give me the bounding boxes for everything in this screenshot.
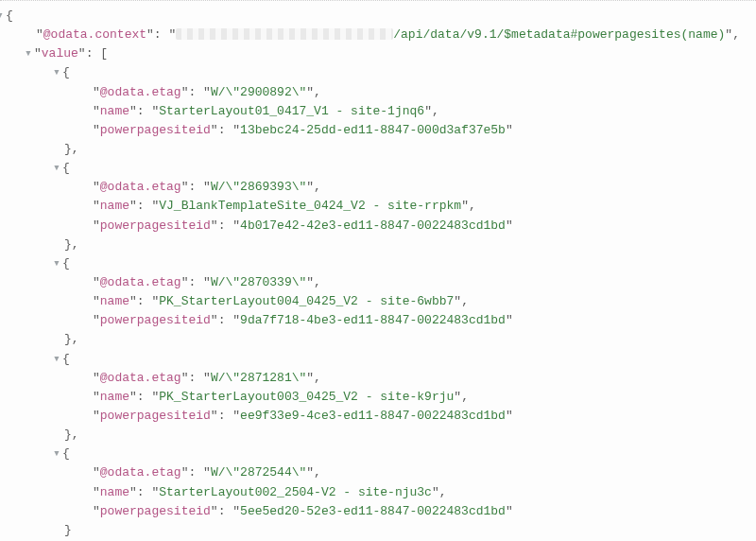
property-key: name xyxy=(100,294,129,308)
twisty-icon[interactable]: ▾ xyxy=(51,63,62,82)
value-line: ▾"value": [ xyxy=(8,44,748,63)
property-line: "powerpagesiteid": "5ee5ed20-52e3-ed11-8… xyxy=(8,502,748,521)
property-line: "name": "PK_StarterLayout003_0425_V2 - s… xyxy=(8,388,748,407)
property-key: powerpagesiteid xyxy=(100,313,211,327)
redacted-segment xyxy=(176,28,393,40)
property-line: "name": "StarterLayout01_0417_V1 - site-… xyxy=(8,102,748,121)
object-close: }, xyxy=(8,426,748,445)
items-container: ▾{"@odata.etag": "W/\"2900892\"","name":… xyxy=(8,63,748,540)
property-line: "@odata.etag": "W/\"2900892\"", xyxy=(8,83,748,102)
property-value: W/\"2900892\" xyxy=(211,85,306,99)
property-key: name xyxy=(100,390,129,404)
context-line: "@odata.context": "/api/data/v9.1/$metad… xyxy=(8,26,748,44)
object-close: }, xyxy=(8,330,748,349)
property-value: W/\"2871281\" xyxy=(211,371,306,385)
property-key: @odata.etag xyxy=(100,275,181,289)
twisty-icon[interactable]: ▾ xyxy=(51,350,62,369)
object-open: ▾{ xyxy=(8,159,748,178)
object-close: }, xyxy=(8,140,748,159)
property-value: 5ee5ed20-52e3-ed11-8847-0022483cd1bd xyxy=(240,504,506,518)
property-key: powerpagesiteid xyxy=(100,504,211,518)
property-key: powerpagesiteid xyxy=(100,218,211,233)
property-key: powerpagesiteid xyxy=(100,123,211,137)
property-line: "@odata.etag": "W/\"2869393\"", xyxy=(8,178,748,197)
object-open: ▾{ xyxy=(8,350,748,369)
property-line: "name": "PK_StarterLayout004_0425_V2 - s… xyxy=(8,292,748,311)
property-value: StarterLayout01_0417_V1 - site-1jnq6 xyxy=(159,104,424,118)
object-open: ▾{ xyxy=(8,445,748,463)
property-line: "name": "StarterLayout002_2504-V2 - site… xyxy=(8,483,748,502)
object-open: ▾{ xyxy=(8,254,748,273)
property-value: VJ_BlankTemplateSite_0424_V2 - site-rrpk… xyxy=(159,199,461,213)
property-line: "powerpagesiteid": "ee9f33e9-4ce3-ed11-8… xyxy=(8,407,748,426)
twisty-icon[interactable]: ▾ xyxy=(51,159,62,178)
property-value: ee9f33e9-4ce3-ed11-8847-0022483cd1bd xyxy=(240,409,506,423)
property-value: W/\"2872544\" xyxy=(211,465,306,480)
json-open-brace: ▾{ xyxy=(8,7,748,26)
key-value: value xyxy=(42,46,78,61)
property-key: @odata.etag xyxy=(100,465,181,480)
property-key: @odata.etag xyxy=(100,85,181,99)
property-value: W/\"2870339\" xyxy=(211,275,306,289)
property-value: 4b017e42-42e3-ed11-8847-0022483cd1bd xyxy=(240,218,506,233)
property-key: name xyxy=(100,485,129,499)
property-value: PK_StarterLayout004_0425_V2 - site-6wbb7 xyxy=(159,294,454,308)
property-value: 9da7f718-4be3-ed11-8847-0022483cd1bd xyxy=(240,313,506,327)
property-key: name xyxy=(100,104,129,118)
object-close: } xyxy=(8,521,748,540)
property-value: 13bebc24-25dd-ed11-8847-000d3af37e5b xyxy=(240,123,506,137)
property-line: "name": "VJ_BlankTemplateSite_0424_V2 - … xyxy=(8,197,748,216)
property-key: @odata.etag xyxy=(100,180,181,194)
key-context: @odata.context xyxy=(43,27,146,42)
property-line: "@odata.etag": "W/\"2872544\"", xyxy=(8,463,748,482)
object-open: ▾{ xyxy=(8,63,748,82)
property-value: W/\"2869393\" xyxy=(211,180,306,194)
property-key: name xyxy=(100,199,129,213)
property-line: "@odata.etag": "W/\"2870339\"", xyxy=(8,273,748,292)
property-key: powerpagesiteid xyxy=(100,409,211,423)
twisty-icon[interactable]: ▾ xyxy=(51,445,62,463)
twisty-icon[interactable]: ▾ xyxy=(51,254,62,273)
property-line: "@odata.etag": "W/\"2871281\"", xyxy=(8,369,748,388)
context-suffix: /api/data/v9.1/$metadata#powerpagesites(… xyxy=(393,27,725,42)
property-line: "powerpagesiteid": "13bebc24-25dd-ed11-8… xyxy=(8,121,748,140)
json-viewer: ▾{ "@odata.context": "/api/data/v9.1/$me… xyxy=(0,0,756,541)
object-close: }, xyxy=(8,236,748,254)
twisty-icon[interactable]: ▾ xyxy=(23,44,34,63)
property-line: "powerpagesiteid": "4b017e42-42e3-ed11-8… xyxy=(8,217,748,236)
property-value: PK_StarterLayout003_0425_V2 - site-k9rju xyxy=(159,390,454,404)
property-value: StarterLayout002_2504-V2 - site-nju3c xyxy=(159,485,432,499)
property-key: @odata.etag xyxy=(100,371,181,385)
property-line: "powerpagesiteid": "9da7f718-4be3-ed11-8… xyxy=(8,311,748,330)
